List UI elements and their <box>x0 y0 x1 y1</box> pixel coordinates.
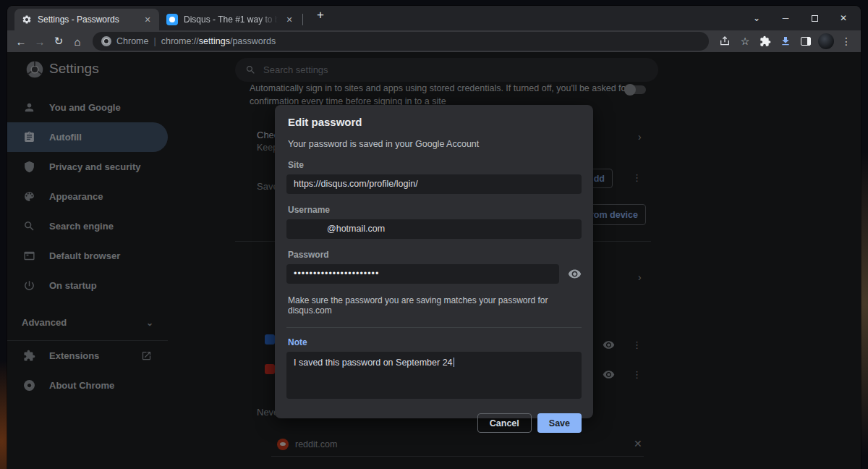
address-bar[interactable]: Chrome | chrome://settings/passwords <box>93 32 709 51</box>
share-icon[interactable] <box>715 32 735 51</box>
tab-close-icon[interactable]: ✕ <box>284 14 295 25</box>
save-button[interactable]: Save <box>537 413 582 433</box>
dialog-divider <box>286 327 582 328</box>
bookmark-star-icon[interactable]: ☆ <box>735 32 755 51</box>
download-icon[interactable] <box>775 32 796 51</box>
tab-search-icon[interactable]: ⌄ <box>742 7 771 29</box>
password-input[interactable]: •••••••••••••••••••••• <box>286 264 559 284</box>
note-text: I saved this password on September 24 <box>294 358 453 368</box>
avatar <box>818 33 834 49</box>
close-button[interactable]: ✕ <box>829 7 858 29</box>
username-label: Username <box>286 205 582 215</box>
site-input[interactable]: https://disqus.com/profile/login/ <box>286 174 582 194</box>
disqus-favicon-icon <box>166 14 178 25</box>
password-label: Password <box>286 250 582 260</box>
tab-disqus-label: Disqus - The #1 way to build an a <box>184 14 278 25</box>
dialog-title: Edit password <box>286 116 582 128</box>
toggle-password-visibility-eye-icon[interactable] <box>568 267 582 281</box>
side-panel-icon[interactable] <box>796 32 816 51</box>
tab-disqus[interactable]: Disqus - The #1 way to build an a ✕ <box>159 9 301 30</box>
back-icon[interactable]: ← <box>12 32 30 51</box>
username-input[interactable]: @hotmail.com <box>286 219 582 239</box>
settings-page: Settings Search settings You and Google … <box>7 52 861 469</box>
forward-icon[interactable]: → <box>30 32 49 51</box>
reload-icon[interactable]: ↻ <box>49 32 68 51</box>
menu-kebab-icon[interactable]: ⋮ <box>836 32 856 51</box>
gear-icon <box>22 14 32 25</box>
omnibox-pipe: | <box>153 36 156 46</box>
minimize-button[interactable]: ─ <box>771 7 800 29</box>
dialog-footer: Cancel Save <box>286 413 582 433</box>
tab-separator <box>302 14 303 25</box>
side-panel-glyph <box>801 37 811 46</box>
tab-close-icon[interactable]: ✕ <box>142 14 153 25</box>
maximize-icon <box>812 15 818 22</box>
browser-window: Settings - Passwords ✕ Disqus - The #1 w… <box>7 6 861 469</box>
site-label: Site <box>286 160 582 170</box>
home-icon[interactable]: ⌂ <box>68 32 87 51</box>
note-textarea[interactable]: I saved this password on September 24 <box>286 352 582 399</box>
tab-settings-label: Settings - Passwords <box>38 14 136 25</box>
dialog-subtitle: Your password is saved in your Google Ac… <box>286 139 582 149</box>
omnibox-url: chrome://settings/passwords <box>161 36 276 46</box>
toolbar-actions: ☆ ⋮ <box>715 32 856 51</box>
cancel-button[interactable]: Cancel <box>477 413 532 433</box>
text-caret <box>454 358 455 367</box>
new-tab-button[interactable]: + <box>312 9 329 26</box>
omnibox-app-name: Chrome <box>116 36 148 46</box>
tab-settings[interactable]: Settings - Passwords ✕ <box>14 9 159 30</box>
extensions-puzzle-icon[interactable] <box>755 32 775 51</box>
chrome-logo-icon <box>101 36 111 46</box>
window-controls: ⌄ ─ ✕ <box>742 6 858 30</box>
maximize-button[interactable] <box>800 7 829 29</box>
tab-strip: Settings - Passwords ✕ Disqus - The #1 w… <box>7 6 861 30</box>
profile-avatar[interactable] <box>816 32 836 51</box>
edit-password-dialog: Edit password Your password is saved in … <box>275 105 593 418</box>
browser-toolbar: ← → ↻ ⌂ Chrome | chrome://settings/passw… <box>7 30 861 52</box>
note-label: Note <box>286 337 582 347</box>
password-helper-text: Make sure the password you are saving ma… <box>286 295 582 316</box>
